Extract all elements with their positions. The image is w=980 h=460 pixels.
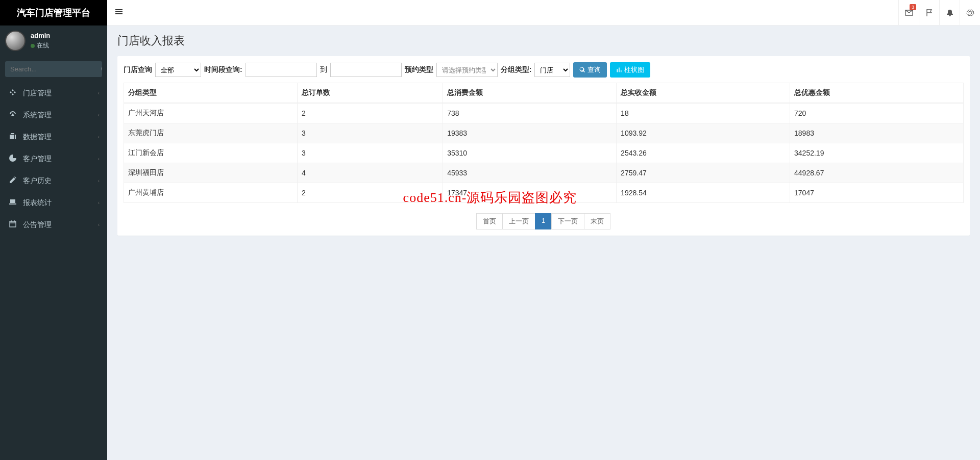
sidebar-item-2[interactable]: 数据管理‹ [0,126,107,148]
chevron-left-icon: ‹ [98,90,100,96]
sidebar-item-3[interactable]: 客户管理‹ [0,148,107,170]
gears-icon [966,9,974,17]
group-filter-label: 分组类型: [501,65,532,74]
settings-button[interactable] [960,0,980,25]
table-row: 广州黄埔店2173471928.5417047 [124,183,964,203]
table-cell: 广州天河店 [124,103,298,123]
table-header: 总订单数 [297,83,443,104]
avatar [5,31,26,51]
sidebar-item-label: 门店管理 [23,89,98,98]
page-title: 门店收入报表 [117,33,970,48]
table-cell: 2759.47 [617,163,790,183]
chart-button-label: 柱状图 [624,65,644,74]
calendar-icon [8,220,18,229]
query-button[interactable]: 查询 [573,62,607,78]
chevron-left-icon: ‹ [98,134,100,140]
flag-button[interactable] [919,0,939,25]
sidebar-item-0[interactable]: 门店管理‹ [0,82,107,104]
chevron-left-icon: ‹ [98,178,100,184]
edit-icon [8,176,18,186]
page-prev[interactable]: 上一页 [502,213,535,229]
table-cell: 2 [297,103,443,123]
date-from-input[interactable] [246,63,317,77]
topbar: 3 [107,0,980,25]
online-dot-icon [31,44,35,48]
sidebar-search [5,61,102,77]
table-cell: 34252.19 [790,143,964,163]
table-cell: 17047 [790,183,964,203]
table-cell: 东莞虎门店 [124,123,298,143]
user-status: 在线 [31,41,50,50]
sidebar-item-1[interactable]: 系统管理‹ [0,104,107,126]
sidebar-item-label: 客户历史 [23,176,98,186]
table-cell: 18983 [790,123,964,143]
table-header: 总优惠金额 [790,83,964,104]
search-icon [101,65,102,73]
date-to-input[interactable] [330,63,402,77]
table-cell: 1928.54 [617,183,790,203]
table-cell: 19383 [443,123,617,143]
table-cell: 1093.92 [617,123,790,143]
sidebar-item-label: 公告管理 [23,220,98,229]
chevron-left-icon: ‹ [98,200,100,206]
table-cell: 45933 [443,163,617,183]
type-filter-label: 预约类型 [405,65,433,74]
sidebar-item-label: 客户管理 [23,155,98,164]
group-select[interactable]: 门店 [534,63,570,77]
sidebar: 汽车门店管理平台 admin 在线 门店管理‹系统管理‹数据管理‹客户管理‹客户… [0,0,107,460]
pie-icon [8,154,18,164]
table-cell: 广州黄埔店 [124,183,298,203]
table-header: 总消费金额 [443,83,617,104]
table-cell: 江门新会店 [124,143,298,163]
search-icon [579,67,585,73]
chevron-left-icon: ‹ [98,112,100,118]
date-to-label: 到 [320,65,327,74]
sidebar-item-5[interactable]: 报表统计‹ [0,192,107,214]
table-cell: 深圳福田店 [124,163,298,183]
joomla-icon [8,88,18,98]
search-input[interactable] [5,61,101,77]
bell-icon [946,9,954,17]
chevron-left-icon: ‹ [98,222,100,227]
laptop-icon [8,198,18,208]
bar-chart-icon [616,67,622,73]
messages-badge: 3 [910,4,916,10]
type-select[interactable]: 请选择预约类型 [436,63,498,77]
filter-bar: 门店查询 全部 时间段查询: 到 预约类型 请选择预约类型 分组类型: 门店 查… [124,62,964,78]
sidebar-item-6[interactable]: 公告管理‹ [0,214,107,236]
table-cell: 3 [297,143,443,163]
table-cell: 18 [617,103,790,123]
user-name: admin [31,32,50,39]
table-cell: 2 [297,183,443,203]
page-next[interactable]: 下一页 [551,213,584,229]
table-cell: 738 [443,103,617,123]
table-cell: 720 [790,103,964,123]
report-panel: 门店查询 全部 时间段查询: 到 预约类型 请选择预约类型 分组类型: 门店 查… [117,56,970,236]
pagination: 首页 上一页 1 下一页 末页 [124,213,964,229]
sidebar-item-4[interactable]: 客户历史‹ [0,170,107,192]
messages-button[interactable]: 3 [898,0,919,25]
notifications-button[interactable] [939,0,960,25]
flag-icon [925,9,934,17]
app-logo: 汽车门店管理平台 [0,0,107,25]
sidebar-item-label: 报表统计 [23,198,98,208]
table-cell: 2543.26 [617,143,790,163]
shop-select[interactable]: 全部 [155,63,201,77]
shop-filter-label: 门店查询 [124,65,152,74]
sidebar-toggle[interactable] [107,8,131,17]
page-current[interactable]: 1 [535,213,552,229]
table-cell: 4 [297,163,443,183]
main-area: 3 门店收入报表 门店查询 全部 时间段查询: [107,0,980,460]
table-row: 广州天河店273818720 [124,103,964,123]
page-first[interactable]: 首页 [476,213,503,229]
page-last[interactable]: 末页 [584,213,610,229]
user-panel: admin 在线 [0,25,107,56]
table-header: 总实收金额 [617,83,790,104]
chart-button[interactable]: 柱状图 [610,62,650,78]
table-header: 分组类型 [124,83,298,104]
sidebar-item-label: 系统管理 [23,111,98,120]
sidebar-menu: 门店管理‹系统管理‹数据管理‹客户管理‹客户历史‹报表统计‹公告管理‹ [0,82,107,236]
table-cell: 3 [297,123,443,143]
chevron-left-icon: ‹ [98,156,100,162]
search-button[interactable] [101,61,102,77]
